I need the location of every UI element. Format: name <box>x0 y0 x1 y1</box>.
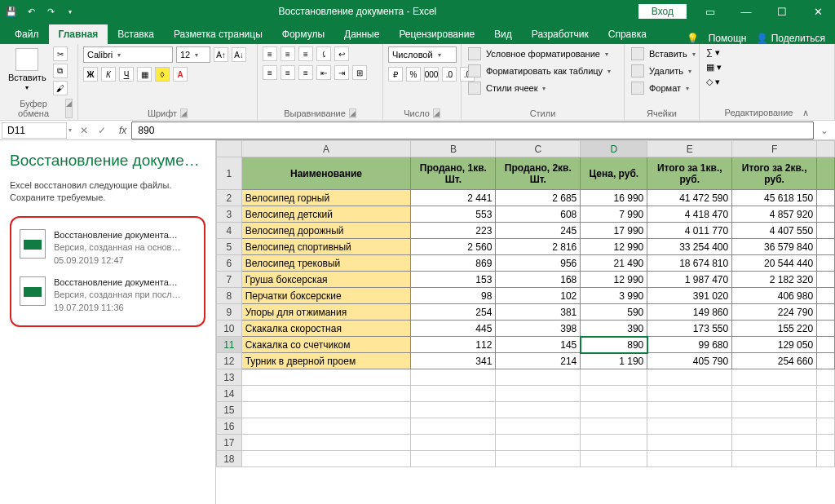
format-cells-button[interactable]: Формат▾ <box>630 81 691 95</box>
cell[interactable] <box>241 402 411 418</box>
cell[interactable]: 406 980 <box>732 288 817 304</box>
indent-inc-icon[interactable]: ⇥ <box>334 65 349 80</box>
cell[interactable] <box>732 418 817 435</box>
col-header[interactable]: C <box>496 141 581 157</box>
row-header[interactable]: 5 <box>217 239 242 255</box>
row-header[interactable]: 10 <box>217 321 242 337</box>
conditional-formatting-button[interactable]: Условное форматирование▾ <box>466 46 610 61</box>
cell[interactable] <box>496 369 581 386</box>
cell[interactable] <box>411 418 496 435</box>
cell[interactable]: Велосипед трековый <box>241 255 411 272</box>
cell[interactable]: 4 011 770 <box>647 223 732 239</box>
tab-справка[interactable]: Справка <box>599 24 656 44</box>
cell[interactable] <box>411 369 496 386</box>
cell[interactable]: 381 <box>496 304 581 321</box>
align-middle-icon[interactable]: ≡ <box>281 46 295 61</box>
cell[interactable]: 33 254 400 <box>647 239 732 255</box>
cell[interactable]: 149 860 <box>647 304 732 321</box>
spreadsheet[interactable]: ABCDEF1НаименованиеПродано, 1кв. Шт.Прод… <box>216 140 835 504</box>
name-box[interactable] <box>2 122 67 139</box>
row-header[interactable]: 2 <box>217 190 242 206</box>
font-color-icon[interactable]: A <box>173 67 188 82</box>
underline-button[interactable]: Ч <box>119 67 134 82</box>
recovery-item[interactable]: Восстановление документа… Версия, создан… <box>18 272 197 319</box>
fill-color-icon[interactable]: ◊ <box>155 67 170 82</box>
cell[interactable]: 956 <box>496 255 581 272</box>
row-header[interactable]: 9 <box>217 304 242 321</box>
save-icon[interactable]: 💾 <box>5 5 18 18</box>
login-button[interactable]: Вход <box>638 4 687 19</box>
cell[interactable] <box>496 435 581 451</box>
increase-font-icon[interactable]: A↑ <box>214 47 228 62</box>
ribbon-options-icon[interactable]: ▭ <box>698 6 722 18</box>
cell[interactable]: 4 857 920 <box>732 206 817 223</box>
enter-formula-icon[interactable]: ✓ <box>98 125 106 136</box>
col-header[interactable]: D <box>581 141 647 157</box>
cell[interactable] <box>647 418 732 435</box>
row-header[interactable]: 12 <box>217 353 242 369</box>
undo-icon[interactable]: ↶ <box>24 5 38 18</box>
cell[interactable]: 45 618 150 <box>732 190 817 206</box>
tell-me-icon[interactable]: 💡 <box>687 33 699 44</box>
row-header[interactable]: 4 <box>217 223 242 239</box>
cell[interactable]: Скакалка скоростная <box>241 321 411 337</box>
cell[interactable]: 2 441 <box>411 190 496 206</box>
collapse-ribbon-icon[interactable]: ∧ <box>802 108 809 118</box>
cell[interactable]: 102 <box>496 288 581 304</box>
cell[interactable]: Скакалка со счетчиком <box>241 337 411 353</box>
cell[interactable] <box>732 402 817 418</box>
cell[interactable] <box>496 418 581 435</box>
cell[interactable] <box>817 402 835 418</box>
fill-button[interactable]: ▦ ▾ <box>705 61 723 73</box>
fx-icon[interactable]: fx <box>114 125 131 136</box>
expand-formula-bar-icon[interactable]: ⌄ <box>814 125 835 136</box>
cell[interactable] <box>732 435 817 451</box>
cell[interactable]: 2 560 <box>411 239 496 255</box>
cell[interactable] <box>581 418 647 435</box>
cell[interactable]: 12 990 <box>581 272 647 288</box>
cell[interactable]: 17 990 <box>581 223 647 239</box>
cell[interactable]: 36 579 840 <box>732 239 817 255</box>
cell[interactable] <box>411 435 496 451</box>
tab-данные[interactable]: Данные <box>334 24 389 44</box>
row-header[interactable]: 13 <box>217 369 242 386</box>
delete-cells-button[interactable]: Удалить▾ <box>630 64 693 78</box>
header-cell[interactable]: Продано, 2кв. Шт. <box>496 157 581 190</box>
cell[interactable] <box>817 451 835 467</box>
row-header[interactable]: 18 <box>217 451 242 467</box>
font-name-select[interactable]: Calibri▾ <box>83 46 173 63</box>
cell[interactable]: 12 990 <box>581 239 647 255</box>
cell[interactable] <box>411 402 496 418</box>
cut-icon[interactable]: ✂ <box>53 46 68 61</box>
tab-вид[interactable]: Вид <box>484 24 522 44</box>
percent-icon[interactable]: % <box>406 67 421 82</box>
align-top-icon[interactable]: ≡ <box>263 46 277 61</box>
cell[interactable]: 4 418 470 <box>647 206 732 223</box>
redo-icon[interactable]: ↷ <box>44 5 57 18</box>
cell[interactable]: 553 <box>411 206 496 223</box>
cell[interactable]: 590 <box>581 304 647 321</box>
cell[interactable]: 2 685 <box>496 190 581 206</box>
cell[interactable]: Упоры для отжимания <box>241 304 411 321</box>
cell[interactable]: Велосипед спортивный <box>241 239 411 255</box>
formula-input[interactable] <box>131 122 814 139</box>
clear-button[interactable]: ◇ ▾ <box>705 76 722 88</box>
align-center-icon[interactable]: ≡ <box>281 65 295 80</box>
cell[interactable] <box>241 451 411 467</box>
cell[interactable]: 245 <box>496 223 581 239</box>
cell[interactable]: 445 <box>411 321 496 337</box>
cell[interactable]: 2 182 320 <box>732 272 817 288</box>
cell[interactable] <box>647 435 732 451</box>
tab-разработчик[interactable]: Разработчик <box>522 24 599 44</box>
align-bottom-icon[interactable]: ≡ <box>298 46 313 61</box>
cell-styles-button[interactable]: Стили ячеек▾ <box>466 81 547 95</box>
cell[interactable]: Груша боксерская <box>241 272 411 288</box>
close-icon[interactable]: ✕ <box>806 6 830 18</box>
paste-button[interactable]: Вставить▾ <box>5 46 50 93</box>
row-header[interactable]: 14 <box>217 386 242 402</box>
cell[interactable]: 214 <box>496 353 581 369</box>
cell[interactable]: 223 <box>411 223 496 239</box>
cell[interactable] <box>732 369 817 386</box>
cell[interactable] <box>496 386 581 402</box>
header-cell[interactable]: Наименование <box>241 157 411 190</box>
